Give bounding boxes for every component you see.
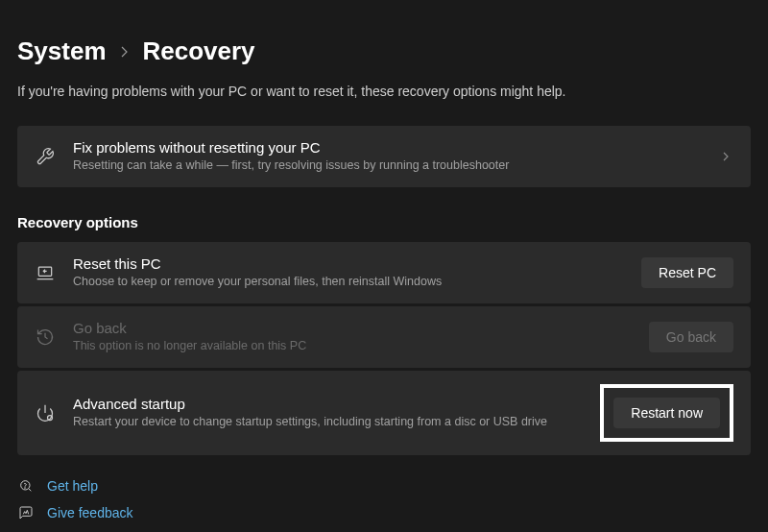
breadcrumb-parent[interactable]: System bbox=[17, 36, 107, 66]
troubleshoot-card[interactable]: Fix problems without resetting your PC R… bbox=[17, 126, 751, 187]
advanced-startup-content: Advanced startup Restart your device to … bbox=[73, 396, 583, 430]
breadcrumb: System Recovery bbox=[17, 36, 751, 66]
reset-pc-subtitle: Choose to keep or remove your personal f… bbox=[73, 274, 624, 290]
give-feedback-link[interactable]: Give feedback bbox=[17, 505, 751, 520]
troubleshoot-subtitle: Resetting can take a while — first, try … bbox=[73, 157, 705, 174]
advanced-startup-subtitle: Restart your device to change startup se… bbox=[73, 414, 583, 430]
give-feedback-label: Give feedback bbox=[47, 505, 133, 520]
history-icon bbox=[35, 327, 56, 347]
reset-pc-button[interactable]: Reset PC bbox=[641, 257, 733, 288]
go-back-title: Go back bbox=[73, 320, 632, 336]
highlight-frame: Restart now bbox=[600, 384, 733, 442]
breadcrumb-current: Recovery bbox=[143, 36, 255, 66]
go-back-subtitle: This option is no longer available on th… bbox=[73, 338, 632, 354]
help-icon bbox=[17, 478, 35, 494]
svg-point-4 bbox=[25, 487, 26, 488]
go-back-button: Go back bbox=[649, 322, 733, 352]
go-back-content: Go back This option is no longer availab… bbox=[73, 320, 632, 354]
chevron-right-icon bbox=[722, 151, 730, 162]
reset-icon bbox=[35, 263, 56, 282]
go-back-card: Go back This option is no longer availab… bbox=[17, 306, 751, 368]
footer-links: Get help Give feedback bbox=[17, 478, 751, 520]
chevron-right-icon bbox=[120, 45, 130, 59]
get-help-link[interactable]: Get help bbox=[17, 478, 751, 494]
page-description: If you're having problems with your PC o… bbox=[17, 84, 751, 99]
advanced-startup-card: Advanced startup Restart your device to … bbox=[17, 371, 751, 455]
reset-pc-content: Reset this PC Choose to keep or remove y… bbox=[73, 255, 624, 290]
restart-now-button[interactable]: Restart now bbox=[613, 398, 720, 428]
get-help-label: Get help bbox=[47, 478, 98, 494]
troubleshoot-content: Fix problems without resetting your PC R… bbox=[73, 139, 705, 174]
wrench-icon bbox=[35, 147, 56, 166]
section-header-recovery-options: Recovery options bbox=[17, 214, 751, 230]
reset-pc-title: Reset this PC bbox=[73, 255, 624, 272]
power-gear-icon bbox=[35, 403, 56, 423]
feedback-icon bbox=[17, 505, 35, 520]
troubleshoot-title: Fix problems without resetting your PC bbox=[73, 139, 705, 156]
advanced-startup-title: Advanced startup bbox=[73, 396, 583, 412]
reset-pc-card: Reset this PC Choose to keep or remove y… bbox=[17, 242, 751, 303]
